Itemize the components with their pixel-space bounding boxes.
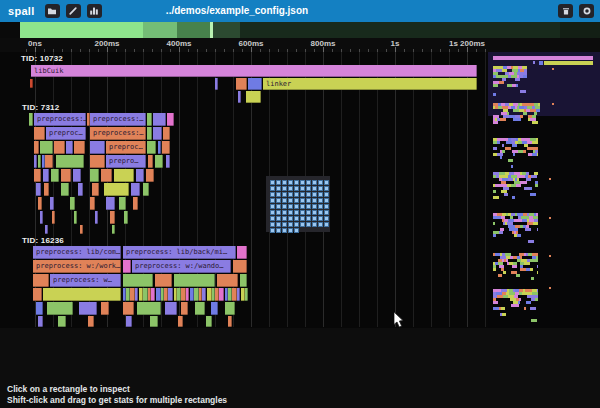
- minimap-thumb[interactable]: [530, 187, 532, 190]
- flame-bar[interactable]: [147, 113, 152, 126]
- event-cell[interactable]: [294, 222, 299, 227]
- minimap-thumb[interactable]: [493, 301, 498, 304]
- minimap-thumb[interactable]: [531, 175, 537, 178]
- minimap-thumb[interactable]: [530, 307, 536, 310]
- flame-bar[interactable]: [34, 141, 39, 154]
- minimap-thumb[interactable]: [499, 81, 504, 84]
- minimap-thumb[interactable]: [501, 307, 505, 310]
- minimap-thumb[interactable]: [537, 271, 538, 274]
- minimap-thumb[interactable]: [524, 262, 530, 265]
- flame-bar[interactable]: [70, 197, 75, 210]
- minimap-thumb[interactable]: [530, 193, 536, 196]
- event-cell[interactable]: [324, 216, 329, 221]
- flame-bar[interactable]: preproc…: [106, 141, 146, 154]
- minimap-thumb[interactable]: [493, 196, 499, 199]
- flame-bar[interactable]: [119, 197, 126, 210]
- flame-bar[interactable]: [217, 274, 238, 287]
- event-cell[interactable]: [318, 222, 323, 227]
- event-cell[interactable]: [312, 180, 317, 185]
- minimap-thumb[interactable]: [524, 307, 526, 310]
- minimap-thumb[interactable]: [531, 319, 537, 322]
- event-cell[interactable]: [324, 192, 329, 197]
- flame-bar[interactable]: [29, 113, 33, 126]
- event-cell[interactable]: [276, 186, 281, 191]
- event-cell[interactable]: [282, 228, 287, 233]
- flame-bar[interactable]: [66, 141, 73, 154]
- flame-bar[interactable]: [126, 316, 132, 327]
- thread-minimap[interactable]: [488, 52, 600, 328]
- flame-bar[interactable]: [155, 274, 172, 287]
- event-cell[interactable]: [282, 192, 287, 197]
- flame-bar[interactable]: [178, 316, 183, 327]
- flame-bar[interactable]: [61, 183, 69, 196]
- minimap-thumb[interactable]: [493, 147, 497, 150]
- event-cell[interactable]: [288, 192, 293, 197]
- minimap-thumb[interactable]: [493, 93, 496, 96]
- event-cell[interactable]: [300, 210, 305, 215]
- minimap-thumb[interactable]: [530, 268, 533, 271]
- folder-open-button[interactable]: [45, 4, 60, 18]
- flame-bar[interactable]: [174, 274, 215, 287]
- flame-bar[interactable]: [78, 183, 83, 196]
- flame-bar[interactable]: [40, 141, 53, 154]
- minimap-thumb[interactable]: [537, 153, 538, 156]
- event-cell[interactable]: [300, 216, 305, 221]
- flame-bar[interactable]: preprocess: w…: [50, 274, 121, 287]
- event-cell[interactable]: [294, 216, 299, 221]
- event-cell[interactable]: [294, 186, 299, 191]
- event-cell[interactable]: [324, 222, 329, 227]
- flame-bar[interactable]: [206, 316, 212, 327]
- flame-bar[interactable]: [80, 225, 83, 234]
- event-cell[interactable]: [276, 210, 281, 215]
- track-header[interactable]: TID: 7312: [22, 103, 59, 112]
- minimap-thumb[interactable]: [498, 274, 502, 277]
- flame-bar[interactable]: [143, 183, 149, 196]
- time-ruler[interactable]: 0ns200ms400ms600ms800ms1s1s 200ms: [0, 38, 600, 52]
- flame-bar[interactable]: [131, 183, 140, 196]
- minimap-thumb[interactable]: [528, 240, 534, 243]
- event-cell[interactable]: [318, 186, 323, 191]
- event-cell[interactable]: [282, 198, 287, 203]
- minimap-thumb[interactable]: [525, 181, 527, 184]
- flame-bar[interactable]: [147, 127, 152, 140]
- event-cell[interactable]: [282, 180, 287, 185]
- flame-bar[interactable]: [79, 302, 97, 315]
- track-header[interactable]: TID: 10732: [21, 54, 63, 63]
- event-cell[interactable]: [318, 216, 323, 221]
- event-cell[interactable]: [288, 204, 293, 209]
- flame-bar[interactable]: preprocess: lib/back/mi…: [123, 246, 236, 259]
- minimap-thumb[interactable]: [502, 144, 504, 147]
- event-cell[interactable]: [282, 186, 287, 191]
- minimap-thumb[interactable]: [523, 150, 526, 153]
- flame-bar[interactable]: [135, 288, 138, 301]
- flame-bar[interactable]: [237, 246, 247, 259]
- event-cell[interactable]: [300, 198, 305, 203]
- minimap-thumb[interactable]: [516, 304, 519, 307]
- flame-bar[interactable]: preprocess: w:/wando…: [132, 260, 231, 273]
- minimap-thumb[interactable]: [533, 61, 535, 64]
- event-cell[interactable]: [270, 204, 275, 209]
- event-cell[interactable]: [282, 222, 287, 227]
- flame-bar[interactable]: [54, 141, 65, 154]
- event-cell[interactable]: [276, 180, 281, 185]
- minimap-thumb[interactable]: [512, 265, 517, 268]
- flame-bar[interactable]: libCuik: [31, 65, 477, 77]
- flame-bar[interactable]: [240, 274, 247, 287]
- flame-bar[interactable]: [186, 288, 189, 301]
- flame-bar[interactable]: [51, 169, 59, 182]
- flame-bar[interactable]: [148, 155, 153, 168]
- flame-bar[interactable]: [110, 211, 115, 224]
- event-cell[interactable]: [324, 210, 329, 215]
- event-cell[interactable]: [306, 198, 311, 203]
- minimap-thumb[interactable]: [504, 193, 508, 196]
- minimap-thumb[interactable]: [493, 222, 495, 225]
- minimap-thumb[interactable]: [505, 147, 511, 150]
- event-cell[interactable]: [306, 204, 311, 209]
- event-cell[interactable]: [270, 222, 275, 227]
- flame-bar[interactable]: [163, 127, 170, 140]
- event-cell[interactable]: [318, 180, 323, 185]
- flame-bar[interactable]: preprocess: lib/com…: [33, 246, 121, 259]
- event-cell[interactable]: [288, 222, 293, 227]
- event-cell[interactable]: [282, 216, 287, 221]
- minimap-thumb[interactable]: [493, 234, 496, 237]
